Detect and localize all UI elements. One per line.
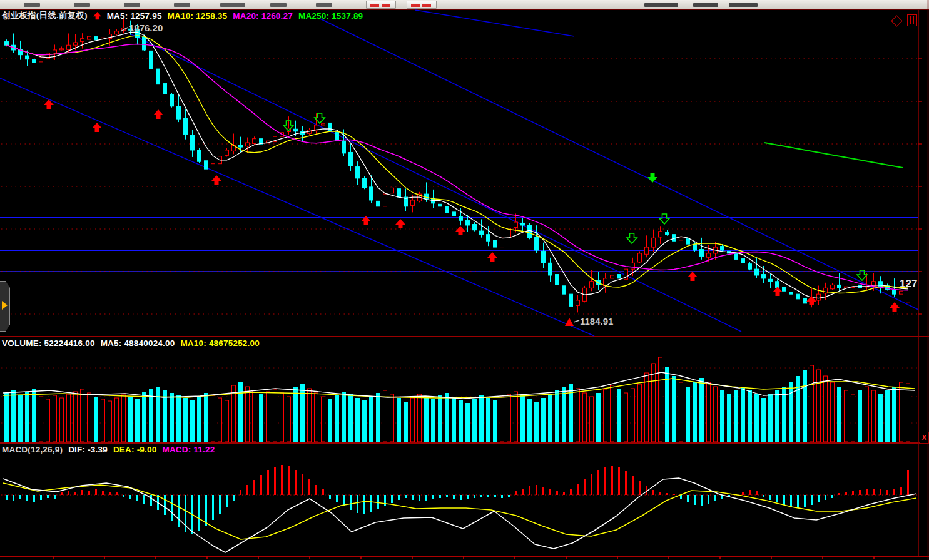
close-icon[interactable]: X (920, 432, 929, 444)
sell-signal-arrow (647, 173, 657, 183)
buy-signal-arrow (688, 272, 698, 281)
legend-item: MA10: 48675252.00 (180, 339, 260, 348)
buy-signal-arrow (487, 252, 497, 262)
legend-item: MA5: 48840024.00 (101, 339, 175, 348)
up-arrow-icon (93, 12, 101, 20)
chart-canvas[interactable] (0, 0, 929, 560)
legend-item: MACD: 11.22 (162, 445, 215, 454)
sidebar-expand-handle[interactable] (0, 281, 10, 332)
legend-item: MA5: 1257.95 (107, 11, 162, 21)
buy-signal-arrow (773, 287, 783, 296)
legend-item: DEA: -9.00 (113, 445, 157, 454)
trading-app-window: { "main_chart": { "title": "创业板指(日线.前复权)… (0, 0, 929, 560)
volume-legend: VOLUME: 52224416.00MA5: 48840024.00MA10:… (2, 339, 265, 348)
window-layout-icon[interactable] (907, 14, 917, 26)
legend-item: MA20: 1260.27 (233, 11, 293, 21)
buy-signal-arrow (455, 226, 465, 235)
low-price-label: 1184.91 (580, 316, 613, 327)
buy-signal-arrow (153, 109, 163, 119)
volume-header: VOLUME: 52224416.00MA5: 48840024.00MA10:… (2, 339, 265, 348)
last-price-label: 127 (900, 278, 919, 290)
legend-item: MACD(12,26,9) (2, 445, 63, 454)
legend-item: MA10: 1258.35 (168, 11, 228, 21)
sell-signal-arrow (659, 214, 669, 224)
buy-signal-arrow (806, 296, 816, 305)
sell-signal-arrow (627, 233, 637, 243)
legend-item: DIF: -3.39 (68, 445, 108, 454)
peak-price-label: 1876.20 (129, 23, 163, 33)
buy-signal-arrow (92, 123, 102, 132)
macd-header: MACD(12,26,9)DIF: -3.39DEA: -9.00MACD: 1… (2, 445, 220, 454)
buy-signal-arrow (395, 219, 405, 228)
expand-arrow-icon (2, 301, 8, 310)
kline-header: 创业板指(日线.前复权) MA5: 1257.95MA10: 1258.35MA… (2, 10, 368, 21)
buy-signal-arrow (890, 302, 900, 312)
chart-title: 创业板指(日线.前复权) (2, 10, 88, 21)
legend-item: MA250: 1537.89 (298, 11, 363, 21)
macd-legend: MACD(12,26,9)DIF: -3.39DEA: -9.00MACD: 1… (2, 445, 220, 454)
buy-signal-arrow (211, 175, 221, 185)
ma-legend: MA5: 1257.95MA10: 1258.35MA20: 1260.27MA… (107, 11, 369, 21)
legend-item: VOLUME: 52224416.00 (2, 339, 95, 348)
